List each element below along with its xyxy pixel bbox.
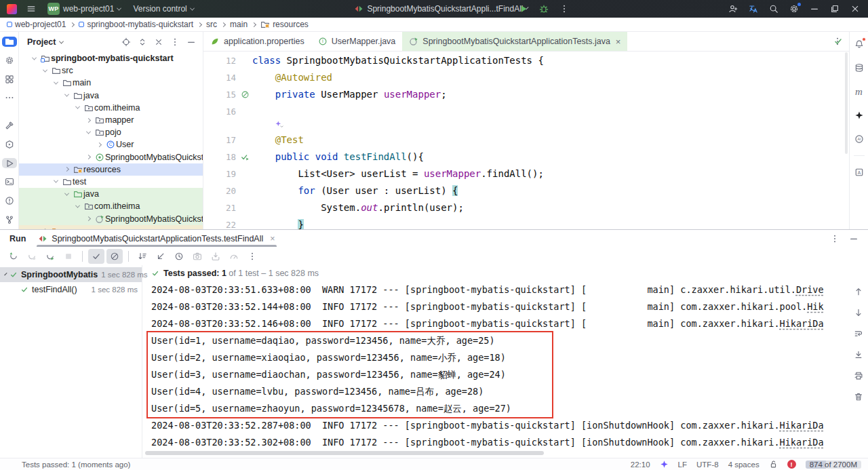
project-tree-item-pojo[interactable]: pojo [19,126,203,138]
tool-button-gear[interactable] [2,56,17,66]
tool-button-run-play[interactable] [2,158,17,168]
more-actions-icon[interactable] [555,1,573,16]
error-indicator[interactable]: ! [787,460,796,469]
tool-button-modules[interactable] [2,74,17,84]
tool-button-ai-chat[interactable]: AI [852,132,867,146]
project-tree-item-springbootmybatisquickstartapplicationtests[interactable]: SpringbootMybatisQuickstartApplicationTe… [19,212,203,224]
project-tree-item-springbootmybatisquickstartapplication[interactable]: SpringbootMybatisQuickstartApplication [19,151,203,163]
code-line-17[interactable]: 17 @Test [203,132,849,149]
close-button[interactable] [846,1,864,16]
search-icon[interactable] [765,1,783,16]
chevron-down-icon[interactable] [50,81,61,85]
breadcrumb-item[interactable]: springboot-mybatis-quickstart [79,20,193,29]
test-tree-item-testFindAll-[interactable]: testFindAll()1 sec 828 ms [0,282,142,297]
tool-button-more-dots[interactable] [2,93,17,103]
minimize-button[interactable] [806,1,823,16]
run-button[interactable] [515,1,532,16]
indent-indicator[interactable]: 4 spaces [728,461,760,469]
scroll-to-end-button[interactable] [850,347,867,362]
editor-scrollbar[interactable] [845,52,848,154]
editor-tab-application-properties[interactable]: application.properties [203,32,311,51]
print-button[interactable] [850,368,867,383]
test-tree-item-SpringbootMybatis[interactable]: SpringbootMybatis1 sec 828 ms [0,267,142,282]
chevron-down-icon[interactable] [50,180,61,183]
status-message[interactable]: Tests passed: 1 (moments ago) [22,461,130,469]
run-panel-more-icon[interactable] [830,234,840,243]
show-passed-button[interactable] [88,249,104,264]
tool-button-problems[interactable] [2,196,17,206]
code-line-18[interactable]: 18 public void testFindAll(){ [203,149,849,165]
translate-icon[interactable] [745,1,762,16]
line-ending-indicator[interactable]: LF [678,461,687,469]
chevron-down-icon[interactable] [61,94,72,97]
close-tab-icon[interactable]: × [616,37,621,47]
show-ignored-button[interactable] [106,249,123,264]
chevron-down-icon[interactable] [72,205,83,208]
project-tree-item-com-itheima[interactable]: com.itheima [19,200,203,212]
encoding-indicator[interactable]: UTF-8 [696,461,719,469]
hide-panel-button[interactable] [184,35,199,50]
code-line-22[interactable]: 22 } [203,216,849,229]
more-kebab-button[interactable] [167,35,182,50]
editor-tab-usermapper-java[interactable]: IUserMapper.java [311,32,403,51]
breadcrumb-item[interactable]: web-project01 [7,20,66,29]
project-tree-item-java[interactable]: java [19,188,203,200]
editor-tab-springbootmybatisquickstartapplicationtests-java[interactable]: SpringbootMybatisQuickstartApplicationTe… [402,32,627,51]
sort-alphabetically-button[interactable] [134,249,151,264]
chevron-down-icon[interactable] [83,131,94,134]
ai-inline-widget[interactable] [203,120,849,132]
sort-by-duration-button[interactable] [153,249,169,264]
chevron-right-icon[interactable] [61,168,72,171]
tool-button-documentation[interactable]: A [852,165,867,180]
chevron-right-icon[interactable] [94,143,104,146]
debug-button[interactable] [535,1,553,16]
add-user-icon[interactable] [724,1,742,16]
project-tree-item-user[interactable]: CUser [19,138,203,151]
tool-button-notifications-bell[interactable] [852,37,867,52]
memory-indicator[interactable]: 874 of 2700M [806,461,861,469]
auto-test-button[interactable] [42,249,58,264]
bean-gutter-icon[interactable] [239,86,251,103]
project-tree-item-main[interactable]: main [19,77,203,89]
breadcrumb-item[interactable]: src [206,20,217,29]
project-tree-item-resources[interactable]: resources [19,163,203,176]
history-clock-button[interactable] [171,249,187,264]
scroll-down-button[interactable] [850,305,867,320]
tool-button-maven-m[interactable]: m [852,84,867,99]
rerun-button[interactable] [5,249,22,264]
run-success-gutter-icon[interactable] [239,149,251,165]
main-menu-icon[interactable] [22,1,40,16]
chevron-right-icon[interactable] [83,155,94,159]
vcs-widget[interactable]: Version control [128,3,198,15]
chevron-down-icon[interactable] [39,69,50,73]
run-panel-title[interactable]: Run [9,234,26,243]
chevron-down-icon[interactable] [61,193,72,196]
maximize-button[interactable] [826,1,844,16]
more-kebab-button[interactable] [244,249,260,264]
run-tab[interactable]: SpringbootMybatisQuickstartApplicationTe… [37,230,276,247]
collapse-all-button[interactable] [151,35,166,50]
ai-assistant-status-icon[interactable] [660,460,669,469]
chevron-right-icon[interactable] [83,217,94,220]
locate-button[interactable] [119,35,134,50]
chevron-down-icon[interactable] [72,106,83,109]
project-tree-item-com-itheima[interactable]: com.itheima [19,102,203,114]
run-configuration-selector[interactable]: SpringbootMybatisQuickstartAppli...tFind… [349,3,512,15]
project-tree-item-java[interactable]: java [19,90,203,102]
chevron-right-icon[interactable] [83,119,94,122]
code-line-16[interactable]: 16 [203,103,849,120]
project-tree-item-springboot-mybatis-quickstart[interactable]: springboot-mybatis-quickstart [19,52,203,64]
breadcrumb-item[interactable]: resources [260,20,309,29]
code-line-21[interactable]: 21 System.out.println(user); [203,199,849,216]
tool-button-database[interactable] [852,60,867,75]
console-horizontal-scrollbar[interactable] [145,451,544,455]
tool-button-ai-assistant[interactable] [852,108,867,123]
tool-button-terminal[interactable] [2,177,17,187]
cursor-position[interactable]: 22:10 [631,461,650,469]
tool-button-build-hammer[interactable] [2,121,17,131]
settings-gear-icon[interactable] [785,1,803,16]
tool-button-services[interactable] [2,140,17,150]
inspections-ok-icon[interactable] [833,37,843,46]
breadcrumb-item[interactable]: main [230,20,248,29]
project-tree-item-test[interactable]: test [19,176,203,188]
